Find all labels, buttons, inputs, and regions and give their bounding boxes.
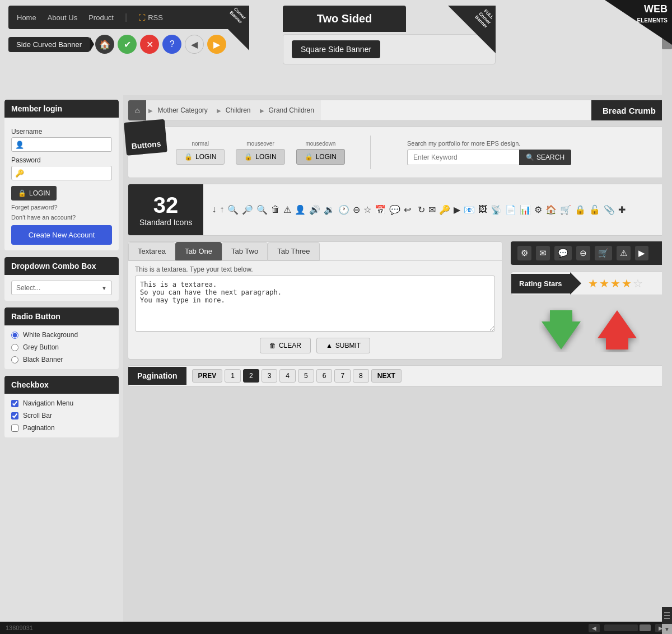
icon-paperclip[interactable]: 📎	[604, 204, 615, 215]
prev-button[interactable]: PREV	[192, 369, 223, 383]
back-icon-btn[interactable]: ◀	[185, 35, 204, 54]
icon-refresh[interactable]: ↻	[418, 204, 425, 215]
search-button[interactable]: 🔍 SEARCH	[519, 150, 571, 165]
btn-mousedown[interactable]: 🔒 LOGIN	[296, 149, 345, 165]
icon-user[interactable]: 👤	[295, 204, 306, 215]
page-6[interactable]: 6	[316, 369, 333, 383]
nav-rss[interactable]: ⛶ RSS	[138, 13, 163, 22]
tab-three[interactable]: Tab Three	[268, 242, 319, 260]
radio-white[interactable]	[11, 332, 18, 339]
dark-email-icon[interactable]: ✉	[536, 246, 550, 260]
bottom-thumb[interactable]	[640, 624, 651, 631]
star-1[interactable]: ★	[588, 277, 598, 290]
star-3[interactable]: ★	[610, 277, 620, 290]
password-input[interactable]	[11, 166, 112, 180]
dark-chat-icon[interactable]: 💬	[554, 246, 572, 260]
icon-search[interactable]: 🔍	[256, 204, 268, 215]
search-input[interactable]	[407, 150, 519, 165]
radio-black[interactable]	[11, 356, 18, 363]
icon-warning[interactable]: ⚠	[283, 204, 291, 215]
icon-clock[interactable]: 🕐	[338, 204, 349, 215]
scrollbar-down-btn[interactable]: ▼	[662, 624, 672, 634]
login-button[interactable]: 🔒 LOGIN	[11, 186, 57, 201]
checkbox-pagination[interactable]	[11, 425, 18, 432]
bc-item-0[interactable]: Mother Category	[146, 100, 214, 120]
icon-undo[interactable]: ↩	[404, 204, 411, 215]
icon-key[interactable]: 🔑	[439, 204, 450, 215]
bc-item-1[interactable]: Children	[214, 100, 258, 120]
forget-password-link[interactable]: Forget pasword?	[11, 204, 112, 211]
checkbox-scroll[interactable]	[11, 412, 18, 419]
tab-two[interactable]: Tab Two	[222, 242, 268, 260]
page-7[interactable]: 7	[334, 369, 351, 383]
icon-lock[interactable]: 🔒	[575, 204, 586, 215]
icon-unlock[interactable]: 🔓	[589, 204, 600, 215]
btn-normal[interactable]: 🔒 LOGIN	[176, 149, 225, 165]
page-4[interactable]: 4	[279, 369, 296, 383]
next-button[interactable]: NEXT	[371, 369, 402, 383]
icon-image[interactable]: 🖼	[478, 204, 487, 215]
btn-mouseover[interactable]: 🔒 LOGIN	[236, 149, 284, 165]
icon-envelope[interactable]: 📧	[464, 204, 475, 215]
btn-mousedown-label: mousedown	[305, 141, 335, 147]
star-2[interactable]: ★	[599, 277, 609, 290]
icon-doc[interactable]: 📄	[505, 204, 516, 215]
star-5[interactable]: ☆	[633, 277, 643, 290]
icon-trash[interactable]: 🗑	[271, 204, 280, 215]
arrow-up-red[interactable]	[595, 307, 640, 354]
icon-email[interactable]: ✉	[428, 204, 436, 215]
bc-item-2[interactable]: Grand Children	[258, 100, 321, 120]
dark-gear-icon[interactable]: ⚙	[517, 246, 531, 260]
icon-minus-circle[interactable]: ⊖	[353, 204, 360, 215]
icon-calendar[interactable]: 📅	[375, 204, 386, 215]
tab-one[interactable]: Tab One	[175, 242, 222, 260]
page-5[interactable]: 5	[298, 369, 314, 383]
icon-up[interactable]: ↑	[220, 204, 224, 215]
dropdown-select[interactable]: Select... ▼	[11, 281, 112, 295]
icon-gear[interactable]: ⚙	[534, 204, 542, 215]
icon-cart[interactable]: 🛒	[560, 204, 571, 215]
page-1[interactable]: 1	[225, 369, 241, 383]
textarea-input[interactable]: This is a textarea. So you can have the …	[135, 276, 495, 332]
nav-home[interactable]: Home	[17, 13, 36, 22]
dark-cart-icon[interactable]: 🛒	[595, 246, 612, 260]
bc-home-icon[interactable]: ⌂	[128, 100, 146, 120]
nav-about[interactable]: About Us	[48, 13, 77, 22]
icon-rss[interactable]: 📡	[491, 204, 502, 215]
submit-button[interactable]: ▲ SUBMIT	[316, 338, 370, 353]
icon-home[interactable]: 🏠	[545, 204, 557, 215]
bottom-bar-back[interactable]: ◀	[589, 624, 600, 632]
icon-plus[interactable]: ✚	[618, 204, 626, 215]
btn-normal-group: normal 🔒 LOGIN	[176, 141, 225, 165]
icon-chat[interactable]: 💬	[389, 204, 400, 215]
page-8[interactable]: 8	[353, 369, 369, 383]
page-2[interactable]: 2	[243, 369, 259, 383]
page-3[interactable]: 3	[262, 369, 278, 383]
checkbox-nav[interactable]	[11, 400, 18, 407]
close-icon-btn[interactable]: ✕	[140, 35, 159, 54]
icon-zoom-in[interactable]: 🔍	[227, 204, 239, 215]
clear-button[interactable]: 🗑 CLEAR	[260, 338, 311, 353]
nav-product[interactable]: Product	[88, 13, 114, 22]
scrollbar-middle-btn[interactable]	[662, 607, 672, 624]
check-icon-btn[interactable]: ✔	[118, 35, 137, 54]
no-account-link[interactable]: Don't have an account?	[11, 214, 112, 221]
create-account-button[interactable]: Create New Account	[11, 225, 112, 245]
icon-vol-low[interactable]: 🔉	[324, 204, 335, 215]
username-input[interactable]	[11, 137, 112, 152]
icon-volume[interactable]: 🔊	[309, 204, 320, 215]
tab-textarea[interactable]: Textarea	[128, 242, 175, 260]
icon-play[interactable]: ▶	[454, 204, 460, 215]
icon-chart[interactable]: 📊	[520, 204, 531, 215]
icon-zoom-out[interactable]: 🔎	[242, 204, 253, 215]
star-4[interactable]: ★	[622, 277, 632, 290]
dark-play-icon[interactable]: ▶	[635, 246, 648, 260]
dark-minus-icon[interactable]: ⊖	[576, 246, 590, 260]
home-icon-btn[interactable]: 🏠	[95, 35, 114, 54]
question-icon-btn[interactable]: ?	[162, 35, 181, 54]
radio-grey[interactable]	[11, 344, 18, 351]
icon-star[interactable]: ☆	[363, 204, 371, 215]
dark-warning-icon[interactable]: ⚠	[617, 246, 631, 260]
arrow-down-green[interactable]	[539, 307, 584, 354]
icon-down[interactable]: ↓	[212, 204, 216, 215]
